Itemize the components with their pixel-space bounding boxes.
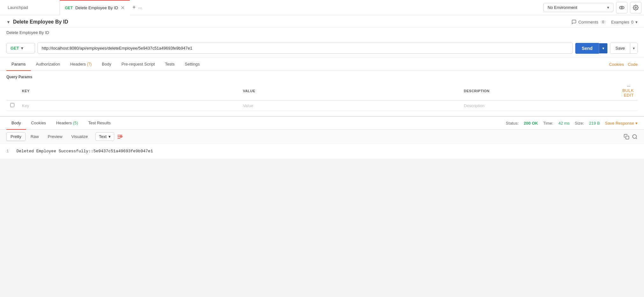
svg-point-2	[635, 7, 637, 8]
line-number-1: 1	[6, 149, 9, 154]
tab-method-badge: GET	[65, 6, 73, 10]
tab-prerequest-label: Pre-request Script	[122, 62, 155, 66]
tab-prerequest[interactable]: Pre-request Script	[116, 58, 160, 71]
size-label: Size:	[575, 121, 584, 126]
svg-rect-5	[626, 136, 629, 139]
text-format-select[interactable]: Text ▾	[95, 132, 114, 141]
response-format-bar: Pretty Raw Preview Visualize Text ▾	[0, 130, 644, 144]
tab-settings-label: Settings	[185, 62, 200, 66]
tab-body[interactable]: Body	[97, 58, 116, 71]
row-checkbox[interactable]	[10, 103, 14, 107]
response-body: 1 Deleted Employee Successfully::5e9437c…	[0, 144, 644, 159]
resp-tab-test-results-label: Test Results	[88, 121, 111, 125]
collapse-icon[interactable]: ▼	[6, 20, 10, 24]
examples-label: Examples	[611, 20, 629, 24]
params-table: KEY VALUE DESCRIPTION ··· Bulk Edit	[6, 82, 638, 111]
params-actions-dots[interactable]: ···	[627, 84, 631, 88]
params-header-row: KEY VALUE DESCRIPTION ··· Bulk Edit	[6, 82, 638, 100]
response-section: Body Cookies Headers (5) Test Results St…	[0, 116, 644, 159]
params-col-actions: ··· Bulk Edit	[619, 82, 638, 100]
resp-tab-body-label: Body	[11, 121, 21, 125]
params-col-key: KEY	[18, 82, 239, 100]
pretty-button[interactable]: Pretty	[6, 132, 25, 141]
tab-body-label: Body	[102, 62, 111, 66]
request-description: Delete Employee By ID	[0, 28, 644, 39]
gear-icon	[633, 5, 639, 10]
headers-count: (7)	[87, 62, 92, 66]
comments-button[interactable]: Comments 0	[571, 19, 606, 24]
row-desc-cell[interactable]: Description	[460, 100, 619, 111]
copy-icon[interactable]	[624, 134, 629, 140]
eye-icon-button[interactable]	[616, 2, 627, 13]
wrap-lines-button[interactable]	[117, 134, 123, 140]
more-tabs-icon[interactable]: ···	[138, 5, 142, 10]
comments-label: Comments	[578, 20, 598, 24]
cookies-link[interactable]: Cookies	[609, 58, 624, 71]
save-response-button[interactable]: Save Response ▾	[605, 121, 638, 126]
active-tab[interactable]: GET Delete Employee By ID ✕	[60, 0, 130, 15]
new-tab-icon[interactable]: +	[132, 4, 136, 11]
code-link[interactable]: Code	[628, 58, 638, 71]
save-button-group: Save ▾	[610, 43, 638, 54]
request-header: ▼ Delete Employee By ID Comments 0 Examp…	[0, 15, 644, 28]
tab-settings[interactable]: Settings	[180, 58, 205, 71]
settings-icon-button[interactable]	[630, 2, 641, 13]
row-value-cell[interactable]: Value	[239, 100, 460, 111]
tab-params[interactable]: Params	[6, 58, 31, 71]
response-text-1: Deleted Employee Successfully::5e9437c51…	[17, 149, 153, 154]
description-text: Delete Employee By ID	[6, 30, 49, 35]
send-button[interactable]: Send	[575, 43, 599, 54]
text-format-label: Text	[99, 134, 107, 139]
save-response-arrow: ▾	[635, 121, 638, 126]
svg-line-7	[636, 138, 637, 139]
request-tabs: Params Authorization Headers (7) Body Pr…	[0, 58, 644, 71]
svg-point-0	[620, 6, 624, 9]
status-value: 200 OK	[524, 121, 538, 126]
examples-button[interactable]: Examples 0 ▾	[611, 20, 638, 24]
bulk-edit-button[interactable]: Bulk Edit	[622, 88, 634, 98]
search-icon[interactable]	[632, 134, 638, 140]
row-key-cell[interactable]: Key	[18, 100, 239, 111]
method-label: GET	[10, 46, 19, 51]
save-response-label: Save Response	[605, 121, 634, 126]
method-arrow: ▾	[21, 46, 23, 51]
params-col-value: VALUE	[239, 82, 460, 100]
row-checkbox-cell	[6, 100, 18, 111]
resp-tab-headers[interactable]: Headers (5)	[51, 117, 83, 130]
environment-select[interactable]: No Environment ▾	[543, 3, 613, 12]
time-label: Time:	[543, 121, 553, 126]
resp-tab-cookies[interactable]: Cookies	[26, 117, 51, 130]
tab-headers[interactable]: Headers (7)	[65, 58, 97, 71]
desc-placeholder: Description	[464, 103, 485, 108]
method-select[interactable]: GET ▾	[6, 43, 35, 53]
comment-icon	[571, 19, 577, 24]
launchpad-tab[interactable]: Launchpad	[3, 0, 60, 15]
tab-tests-label: Tests	[165, 62, 175, 66]
raw-button[interactable]: Raw	[27, 133, 43, 141]
resp-headers-count: (5)	[73, 121, 78, 125]
preview-button[interactable]: Preview	[44, 133, 66, 141]
tab-right-actions: Cookies Code	[609, 58, 638, 71]
save-button[interactable]: Save	[610, 43, 630, 53]
save-dropdown-button[interactable]: ▾	[630, 43, 637, 53]
close-tab-icon[interactable]: ✕	[121, 5, 125, 10]
resp-tab-body[interactable]: Body	[6, 117, 26, 130]
examples-arrow: ▾	[635, 20, 638, 24]
send-dropdown-button[interactable]: ▾	[599, 43, 607, 53]
query-params-section: Query Params KEY VALUE DESCRIPTION ··· B…	[0, 71, 644, 111]
env-dropdown-arrow: ▾	[607, 5, 609, 10]
tab-title: Delete Employee By ID	[75, 5, 118, 10]
size-value: 219 B	[589, 121, 600, 126]
visualize-button[interactable]: Visualize	[67, 133, 92, 141]
table-row: Key Value Description	[6, 100, 638, 111]
url-bar: GET ▾ Send ▾ Save ▾	[0, 39, 644, 58]
svg-point-6	[633, 135, 636, 138]
params-col-checkbox	[6, 82, 18, 100]
url-input[interactable]	[38, 43, 573, 54]
tab-actions: + ···	[130, 4, 144, 11]
tab-tests[interactable]: Tests	[160, 58, 180, 71]
tab-headers-label: Headers	[70, 62, 87, 66]
resp-tab-headers-label: Headers	[56, 121, 73, 125]
tab-authorization[interactable]: Authorization	[31, 58, 65, 71]
resp-tab-test-results[interactable]: Test Results	[83, 117, 116, 130]
